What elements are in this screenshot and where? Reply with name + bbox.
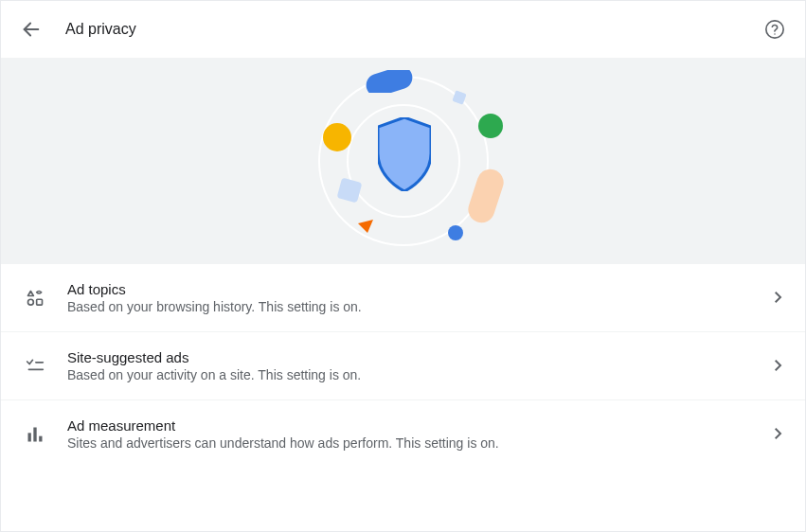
shield-illustration-wrapper bbox=[304, 66, 503, 256]
decor-circle-blue-small bbox=[448, 225, 463, 240]
decor-square-light2 bbox=[337, 178, 362, 203]
page-container: Ad privacy bbox=[0, 0, 806, 532]
arrow-left-icon bbox=[21, 19, 42, 40]
svg-rect-16 bbox=[39, 435, 42, 441]
decor-circle-yellow bbox=[323, 123, 351, 151]
chevron-right-icon bbox=[775, 358, 782, 375]
svg-rect-14 bbox=[28, 433, 31, 441]
ad-topics-row[interactable]: Ad topics Based on your browsing history… bbox=[1, 264, 805, 332]
decor-pill-peach bbox=[467, 168, 505, 223]
chevron-right-icon bbox=[775, 290, 782, 307]
back-button[interactable] bbox=[20, 18, 43, 41]
site-suggested-ads-row[interactable]: Site-suggested ads Based on your activit… bbox=[1, 332, 805, 400]
svg-rect-8 bbox=[337, 178, 362, 203]
help-icon bbox=[764, 19, 785, 40]
svg-rect-11 bbox=[37, 299, 43, 305]
decor-pill-blue bbox=[366, 70, 413, 93]
svg-rect-15 bbox=[33, 427, 36, 441]
decor-square-light bbox=[452, 90, 467, 105]
header: Ad privacy bbox=[1, 1, 805, 58]
ad-measurement-text: Ad measurement Sites and advertisers can… bbox=[67, 417, 775, 451]
ad-topics-title: Ad topics bbox=[67, 281, 775, 297]
ad-measurement-row[interactable]: Ad measurement Sites and advertisers can… bbox=[1, 400, 805, 468]
svg-point-1 bbox=[766, 21, 783, 38]
svg-point-5 bbox=[478, 114, 503, 138]
svg-rect-3 bbox=[366, 70, 413, 93]
hero-illustration bbox=[1, 58, 805, 264]
page-title: Ad privacy bbox=[65, 21, 741, 38]
ad-measurement-title: Ad measurement bbox=[67, 417, 775, 434]
site-suggested-ads-text: Site-suggested ads Based on your activit… bbox=[67, 349, 775, 382]
svg-point-9 bbox=[448, 225, 463, 240]
svg-rect-4 bbox=[452, 90, 466, 104]
svg-point-6 bbox=[323, 123, 351, 151]
ad-measurement-icon bbox=[24, 423, 46, 446]
site-suggested-ads-subtitle: Based on your activity on a site. This s… bbox=[67, 367, 775, 382]
site-suggested-ads-title: Site-suggested ads bbox=[67, 349, 775, 365]
ad-measurement-subtitle: Sites and advertisers can understand how… bbox=[67, 435, 775, 451]
ad-topics-subtitle: Based on your browsing history. This set… bbox=[67, 299, 775, 314]
svg-rect-7 bbox=[467, 168, 505, 223]
help-button[interactable] bbox=[763, 18, 786, 41]
ad-topics-icon bbox=[24, 287, 46, 310]
shield-icon bbox=[378, 117, 431, 191]
svg-point-2 bbox=[774, 33, 775, 34]
site-suggested-ads-icon bbox=[24, 355, 46, 378]
decor-circle-green bbox=[478, 114, 503, 138]
svg-point-10 bbox=[28, 299, 34, 305]
ad-topics-text: Ad topics Based on your browsing history… bbox=[67, 281, 775, 314]
chevron-right-icon bbox=[775, 426, 782, 443]
decor-triangle-orange bbox=[356, 218, 375, 235]
